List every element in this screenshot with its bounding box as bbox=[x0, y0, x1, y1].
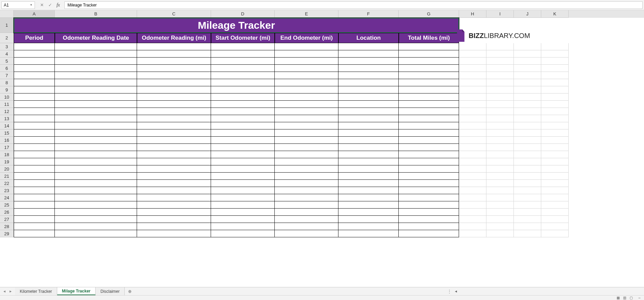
cell[interactable] bbox=[541, 129, 569, 137]
cell[interactable] bbox=[486, 65, 514, 72]
cell[interactable] bbox=[137, 129, 211, 137]
cell[interactable] bbox=[14, 194, 55, 201]
cell[interactable] bbox=[514, 158, 541, 165]
cell[interactable] bbox=[211, 209, 275, 216]
cell[interactable] bbox=[338, 43, 399, 50]
cell[interactable] bbox=[14, 230, 55, 237]
cell[interactable] bbox=[459, 86, 486, 93]
cell[interactable] bbox=[338, 223, 399, 230]
row-header-11[interactable]: 11 bbox=[0, 101, 14, 108]
column-header-H[interactable]: H bbox=[459, 10, 486, 18]
cell[interactable] bbox=[338, 50, 399, 58]
cell[interactable] bbox=[55, 209, 137, 216]
cell[interactable] bbox=[514, 129, 541, 137]
cell[interactable] bbox=[211, 194, 275, 201]
cell[interactable] bbox=[459, 187, 486, 194]
cell[interactable] bbox=[486, 187, 514, 194]
row-header-24[interactable]: 24 bbox=[0, 194, 14, 201]
insert-function-button[interactable]: fx bbox=[54, 1, 62, 9]
cell[interactable] bbox=[399, 115, 459, 122]
tab-nav-buttons[interactable]: ◄ ► bbox=[0, 287, 15, 295]
cell[interactable] bbox=[541, 65, 569, 72]
cell[interactable] bbox=[486, 115, 514, 122]
cell[interactable] bbox=[541, 165, 569, 173]
cell[interactable] bbox=[541, 201, 569, 209]
cell[interactable] bbox=[275, 122, 338, 129]
cell[interactable] bbox=[541, 108, 569, 115]
cell[interactable] bbox=[275, 158, 338, 165]
cell[interactable] bbox=[137, 209, 211, 216]
cell[interactable] bbox=[14, 216, 55, 223]
cell[interactable] bbox=[399, 194, 459, 201]
cell[interactable] bbox=[211, 86, 275, 93]
cell[interactable] bbox=[541, 230, 569, 237]
cell[interactable] bbox=[399, 187, 459, 194]
cell[interactable] bbox=[211, 165, 275, 173]
cell[interactable] bbox=[55, 173, 137, 180]
cell[interactable] bbox=[399, 43, 459, 50]
cell[interactable] bbox=[55, 129, 137, 137]
cell[interactable] bbox=[338, 93, 399, 101]
cell[interactable] bbox=[275, 194, 338, 201]
cell[interactable] bbox=[137, 144, 211, 151]
column-header-K[interactable]: K bbox=[541, 10, 569, 18]
cell[interactable] bbox=[399, 101, 459, 108]
cell[interactable] bbox=[275, 144, 338, 151]
cell[interactable] bbox=[338, 216, 399, 223]
cell[interactable] bbox=[137, 79, 211, 86]
cell[interactable] bbox=[137, 72, 211, 79]
cell[interactable] bbox=[459, 223, 486, 230]
cell[interactable] bbox=[275, 230, 338, 237]
cell[interactable] bbox=[459, 72, 486, 79]
cell[interactable] bbox=[14, 187, 55, 194]
cell[interactable] bbox=[541, 151, 569, 158]
cell[interactable] bbox=[338, 173, 399, 180]
row-header-27[interactable]: 27 bbox=[0, 216, 14, 223]
cell[interactable] bbox=[486, 79, 514, 86]
page-layout-view-icon[interactable]: ▥ bbox=[623, 296, 626, 300]
chevron-down-icon[interactable]: ▼ bbox=[30, 3, 33, 7]
cell[interactable] bbox=[459, 50, 486, 58]
cell[interactable] bbox=[211, 115, 275, 122]
cell[interactable] bbox=[338, 101, 399, 108]
cell[interactable] bbox=[338, 65, 399, 72]
cell[interactable] bbox=[486, 223, 514, 230]
row-header-28[interactable]: 28 bbox=[0, 223, 14, 230]
row-header-9[interactable]: 9 bbox=[0, 86, 14, 93]
cell[interactable] bbox=[399, 129, 459, 137]
cell[interactable] bbox=[459, 209, 486, 216]
cell[interactable] bbox=[211, 93, 275, 101]
cell[interactable] bbox=[55, 50, 137, 58]
cell[interactable] bbox=[399, 230, 459, 237]
cell[interactable] bbox=[399, 158, 459, 165]
cell[interactable] bbox=[14, 129, 55, 137]
cell[interactable] bbox=[514, 86, 541, 93]
cell[interactable] bbox=[338, 79, 399, 86]
cell[interactable] bbox=[55, 194, 137, 201]
cell[interactable] bbox=[338, 194, 399, 201]
cell[interactable] bbox=[14, 158, 55, 165]
cell[interactable] bbox=[338, 201, 399, 209]
cell[interactable] bbox=[338, 137, 399, 144]
cell[interactable] bbox=[399, 201, 459, 209]
cell[interactable] bbox=[14, 122, 55, 129]
cell[interactable] bbox=[399, 223, 459, 230]
cell[interactable] bbox=[137, 230, 211, 237]
minus-icon[interactable]: − bbox=[638, 296, 641, 300]
cell[interactable] bbox=[211, 230, 275, 237]
cell[interactable] bbox=[399, 58, 459, 65]
chevron-left-icon[interactable]: ◄ bbox=[454, 289, 458, 293]
cell[interactable] bbox=[55, 43, 137, 50]
cell[interactable] bbox=[514, 201, 541, 209]
row-header-19[interactable]: 19 bbox=[0, 158, 14, 165]
column-header-J[interactable]: J bbox=[514, 10, 541, 18]
cell[interactable] bbox=[486, 50, 514, 58]
cell[interactable] bbox=[459, 180, 486, 187]
cell[interactable] bbox=[211, 201, 275, 209]
row-header-1[interactable]: 1 bbox=[0, 18, 14, 33]
column-header-F[interactable]: F bbox=[338, 10, 399, 18]
row-header-14[interactable]: 14 bbox=[0, 122, 14, 129]
cell[interactable] bbox=[514, 209, 541, 216]
cell[interactable] bbox=[14, 115, 55, 122]
cell[interactable] bbox=[275, 58, 338, 65]
